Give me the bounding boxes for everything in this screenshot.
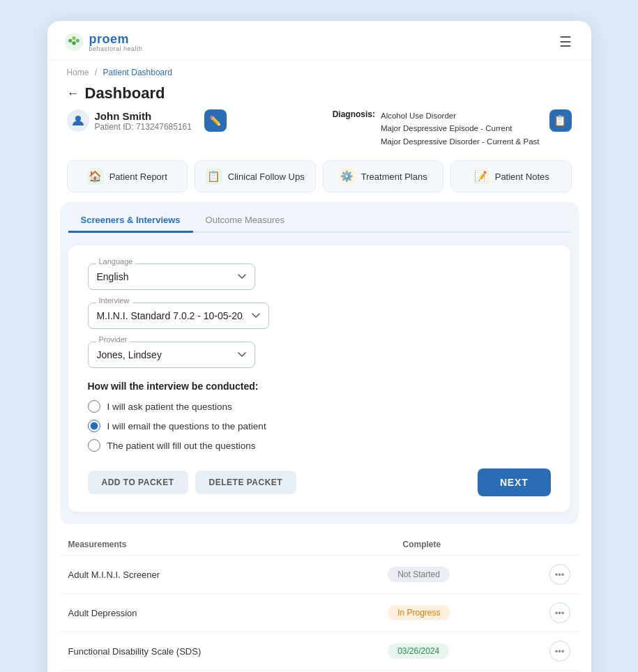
tab-screeners[interactable]: Screeners & Interviews [68,209,193,233]
radio-input-1[interactable] [88,400,100,413]
language-group: Language English Spanish French [88,264,551,290]
patient-report-button[interactable]: 🏠 Patient Report [67,160,188,192]
interview-label: Interview [96,296,132,305]
content-panel: Screeners & Interviews Outcome Measures … [60,202,579,524]
logo: proem behavioral health [64,32,143,52]
diagnosis-block: Diagnosis: Alcohol Use Disorder Major De… [333,109,540,148]
more-options-button-2[interactable]: ••• [549,602,570,623]
interview-select[interactable]: M.I.N.I. Standard 7.0.2 - 10-05-2024 [88,303,269,329]
status-badge-2: In Progress [388,605,450,620]
measurement-name-3: Functional Disability Scale (SDS) [68,646,388,657]
radio-group: I will ask patient the questions I will … [88,400,551,452]
measurement-action-1: ••• [548,564,570,585]
edit-patient-button[interactable]: ✏️ [204,109,227,132]
delete-packet-button[interactable]: DELETE PACKET [195,471,297,494]
provider-label: Provider [96,335,130,344]
provider-group: Provider Jones, Lindsey [88,342,551,368]
measurements-header: Measurements Complete [60,534,579,555]
measurement-name-1: Adult M.I.N.I. Screener [68,570,388,580]
svg-point-1 [68,39,72,43]
more-options-button-1[interactable]: ••• [549,564,570,585]
language-label: Language [96,257,136,266]
breadcrumb-separator: / [95,68,97,77]
back-arrow-icon[interactable]: ← [67,86,79,101]
radio-item-2[interactable]: I will email the questions to the patien… [88,420,551,432]
page-title-row: ← Dashboard [47,80,591,109]
provider-select[interactable]: Jones, Lindsey [88,342,255,368]
form-actions-left: ADD TO PACKET DELETE PACKET [88,471,297,494]
more-options-button-3[interactable]: ••• [549,641,570,662]
measurement-status-3: 03/26/2024 [388,643,547,659]
tab-outcome[interactable]: Outcome Measures [193,209,297,233]
breadcrumb-current: Patient Dashboard [103,68,172,77]
measurement-action-2: ••• [548,602,570,623]
menu-button[interactable]: ☰ [556,31,575,53]
tabs-row: Screeners & Interviews Outcome Measures [68,209,570,233]
logo-icon [64,32,84,52]
svg-point-5 [75,116,81,121]
svg-point-4 [72,41,75,45]
radio-item-1[interactable]: I will ask patient the questions [88,400,551,413]
diagnosis-label: Diagnosis: [333,109,375,119]
radio-item-3[interactable]: The patient will fill out the questions [88,439,551,452]
table-row: Functional Disability Scale (SDS) 03/26/… [60,632,579,670]
clipboard-button[interactable]: 📋 [549,109,572,132]
measurement-name-2: Adult Depression [68,608,388,618]
clinical-followups-icon: 📋 [206,168,222,185]
measurement-status-2: In Progress [388,605,547,620]
page-title: Dashboard [85,84,165,102]
measurements-col-status: Complete [403,540,570,549]
measurement-status-1: Not Started [388,567,547,582]
treatment-plans-button[interactable]: ⚙️ Treatment Plans [323,160,444,192]
measurements-col-name: Measurements [68,540,403,549]
breadcrumb-home[interactable]: Home [67,68,89,77]
diagnosis-values: Alcohol Use Disorder Major Despressive E… [381,109,540,148]
language-select[interactable]: English Spanish French [88,264,255,290]
patient-id: Patient ID: 713247685161 [95,122,192,132]
radio-input-3[interactable] [88,439,100,452]
add-to-packet-button[interactable]: ADD TO PACKET [88,471,188,494]
measurements-section: Measurements Complete Adult M.I.N.I. Scr… [60,534,579,672]
patient-name: John Smith [95,110,192,122]
logo-text: proem [89,32,130,46]
form-actions: ADD TO PACKET DELETE PACKET NEXT [88,468,551,496]
form-card: Language English Spanish French Intervie… [68,245,570,512]
status-badge-1: Not Started [388,567,450,582]
treatment-plans-icon: ⚙️ [339,168,356,185]
svg-point-2 [72,36,75,40]
next-button[interactable]: NEXT [478,468,551,496]
measurement-action-3: ••• [548,641,570,662]
main-card: proem behavioral health ☰ Home / Patient… [47,21,591,672]
table-row: Adult Depression In Progress ••• [60,593,579,632]
interview-group: Interview M.I.N.I. Standard 7.0.2 - 10-0… [88,303,551,329]
radio-input-2[interactable] [88,420,100,432]
patient-notes-button[interactable]: 📝 Patient Notes [450,160,572,192]
svg-point-3 [75,39,79,43]
breadcrumb: Home / Patient Dashboard [47,61,591,80]
header: proem behavioral health ☰ [47,21,591,61]
logo-sub: behavioral health [89,45,143,52]
avatar-icon [67,109,89,132]
patient-notes-icon: 📝 [473,168,489,185]
patient-report-icon: 🏠 [87,168,104,185]
table-row: Adult M.I.N.I. Screener Not Started ••• [60,555,579,593]
quick-actions: 🏠 Patient Report 📋 Clinical Follow Ups ⚙… [47,156,591,202]
clinical-followups-button[interactable]: 📋 Clinical Follow Ups [195,160,316,192]
patient-info-row: John Smith Patient ID: 713247685161 ✏️ D… [47,109,591,156]
status-badge-3: 03/26/2024 [388,643,449,659]
conduct-question: How will the interview be conducted: [88,381,551,392]
